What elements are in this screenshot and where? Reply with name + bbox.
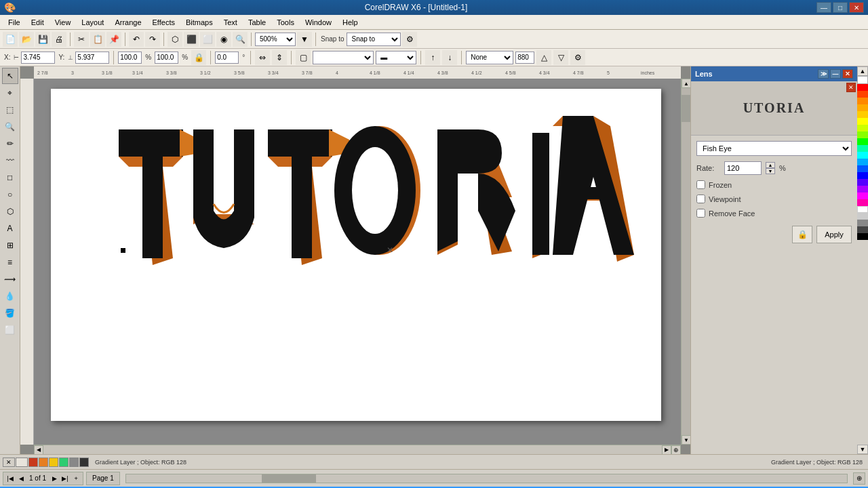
palette-yellow-orange[interactable] (857, 111, 868, 118)
to-back[interactable]: ↓ (442, 50, 457, 65)
parallel-lines-btn[interactable]: ≡ (2, 254, 18, 270)
palette-green[interactable] (857, 138, 868, 145)
status-scroll-thumb[interactable] (262, 474, 316, 483)
rate-spinner[interactable]: ▲ ▼ (766, 162, 775, 174)
palette-orange[interactable] (857, 98, 868, 104)
palette-magenta[interactable] (857, 192, 868, 199)
swatch-red[interactable] (28, 458, 38, 467)
smart-draw-btn[interactable]: 〰 (2, 152, 18, 169)
lens-minimize-button[interactable]: — (830, 69, 841, 79)
menu-help[interactable]: Help (337, 17, 363, 28)
palette-blue[interactable] (857, 165, 868, 172)
menu-arrange[interactable]: Arrange (109, 17, 146, 28)
swatch-orange[interactable] (39, 458, 48, 467)
outline-dropdown[interactable] (313, 51, 374, 64)
scroll-thumb[interactable] (682, 95, 690, 122)
palette-gray[interactable] (857, 220, 868, 226)
scroll-down-button[interactable]: ▼ (682, 435, 690, 445)
to-front[interactable]: ↑ (425, 50, 440, 65)
fill-tool-btn[interactable]: 🪣 (2, 305, 18, 321)
select-tool-btn[interactable]: ↖ (2, 68, 18, 84)
palette-scroll-down[interactable]: ▼ (857, 445, 868, 454)
page-canvas[interactable]: ✕ (51, 89, 661, 421)
freehand-tool-btn[interactable]: ✏ (2, 136, 18, 152)
import-button[interactable]: ⬛ (184, 32, 199, 47)
menu-table[interactable]: Table (243, 17, 271, 28)
snap-settings[interactable]: ⚙ (402, 32, 417, 47)
outline-selector[interactable]: ▢ (296, 50, 311, 65)
first-page-button[interactable]: |◀ (5, 474, 15, 483)
zoom-apply[interactable]: ▼ (297, 32, 312, 47)
rect-tool-btn[interactable]: □ (2, 169, 18, 186)
palette-lime[interactable] (857, 131, 868, 138)
zoom-dropdown[interactable]: 500%200%100%50% (255, 33, 296, 46)
text-graphic-container[interactable]: ✕ (75, 116, 644, 265)
redo-button[interactable]: ↷ (145, 32, 160, 47)
select-tool[interactable]: ⬡ (167, 32, 182, 47)
rate-input[interactable] (724, 161, 762, 175)
remove-face-checkbox[interactable] (696, 209, 705, 218)
menu-edit[interactable]: Edit (26, 17, 50, 28)
next-page-button[interactable]: ▶ (50, 474, 59, 483)
palette-yellow[interactable] (857, 118, 868, 125)
nudge-settings[interactable]: ⚙ (570, 50, 585, 65)
palette-red[interactable] (857, 84, 868, 91)
status-scrollbar[interactable] (125, 474, 848, 483)
lens-lock-button[interactable]: 🔒 (792, 226, 812, 243)
scroll-right-button[interactable]: ▶ (662, 445, 671, 455)
scroll-track[interactable] (682, 88, 690, 435)
eyedropper-btn[interactable]: 💧 (2, 288, 18, 304)
vertical-scrollbar[interactable]: ▲ ▼ (681, 79, 690, 445)
maximize-button[interactable]: □ (833, 2, 848, 13)
polygon-tool-btn[interactable]: ⬡ (2, 203, 18, 220)
menu-tools[interactable]: Tools (271, 17, 300, 28)
menu-file[interactable]: File (3, 17, 26, 28)
palette-amber[interactable] (857, 104, 868, 111)
y-value-input[interactable] (75, 52, 109, 64)
x-value-input[interactable] (21, 52, 55, 64)
close-button[interactable]: ✕ (849, 2, 864, 13)
prev-page-button[interactable]: ◀ (16, 474, 26, 483)
crop-tool-btn[interactable]: ⬚ (2, 102, 18, 118)
palette-yellow-green[interactable] (857, 125, 868, 131)
page-label-box[interactable]: Page 1 (86, 472, 120, 485)
menu-layout[interactable]: Layout (76, 17, 109, 28)
swatch-gray[interactable] (69, 458, 79, 467)
palette-black[interactable] (857, 233, 868, 240)
style-dropdown[interactable]: ▬ (376, 51, 416, 64)
scroll-up-button[interactable]: ▲ (682, 79, 690, 88)
view-mode[interactable]: ◉ (216, 32, 231, 47)
menu-window[interactable]: Window (300, 17, 337, 28)
blend-tool-btn[interactable]: ⟿ (2, 271, 18, 287)
minimize-button[interactable]: — (816, 2, 831, 13)
print-button[interactable]: 🖨 (52, 32, 66, 47)
smart-fill-btn[interactable]: ⬜ (2, 322, 18, 338)
apply-button[interactable]: Apply (816, 226, 852, 243)
palette-white[interactable] (857, 206, 868, 213)
zoom-page-button[interactable]: ⊕ (671, 445, 681, 455)
undo-button[interactable]: ↶ (129, 32, 144, 47)
export-button[interactable]: ⬜ (200, 32, 215, 47)
mirror-h[interactable]: ⇔ (255, 50, 270, 65)
horizontal-scrollbar[interactable]: ◀ ▶ ⊕ (34, 445, 681, 454)
menu-effects[interactable]: Effects (147, 17, 180, 28)
rate-spin-down[interactable]: ▼ (766, 168, 775, 174)
lens-menu-button[interactable]: ≫ (818, 69, 829, 79)
viewpoint-checkbox[interactable] (696, 195, 705, 203)
menu-view[interactable]: View (50, 17, 77, 28)
palette-dark-gray[interactable] (857, 226, 868, 233)
palette-pink[interactable] (857, 199, 868, 206)
palette-spring-green[interactable] (857, 145, 868, 152)
menu-bitmaps[interactable]: Bitmaps (180, 17, 218, 28)
ellipse-tool-btn[interactable]: ○ (2, 186, 18, 203)
canvas-bg[interactable]: ✕ (34, 79, 681, 445)
swatch-dark[interactable] (79, 458, 89, 467)
menu-text[interactable]: Text (218, 17, 243, 28)
height-value-input[interactable] (155, 52, 178, 64)
copy-button[interactable]: 📋 (90, 32, 105, 47)
palette-cyan[interactable] (857, 152, 868, 159)
mirror-v[interactable]: ⇕ (272, 50, 287, 65)
palette-scroll-up[interactable]: ▲ (857, 66, 868, 76)
snap-dropdown[interactable]: Snap to (347, 33, 401, 46)
palette-sky-blue[interactable] (857, 159, 868, 165)
